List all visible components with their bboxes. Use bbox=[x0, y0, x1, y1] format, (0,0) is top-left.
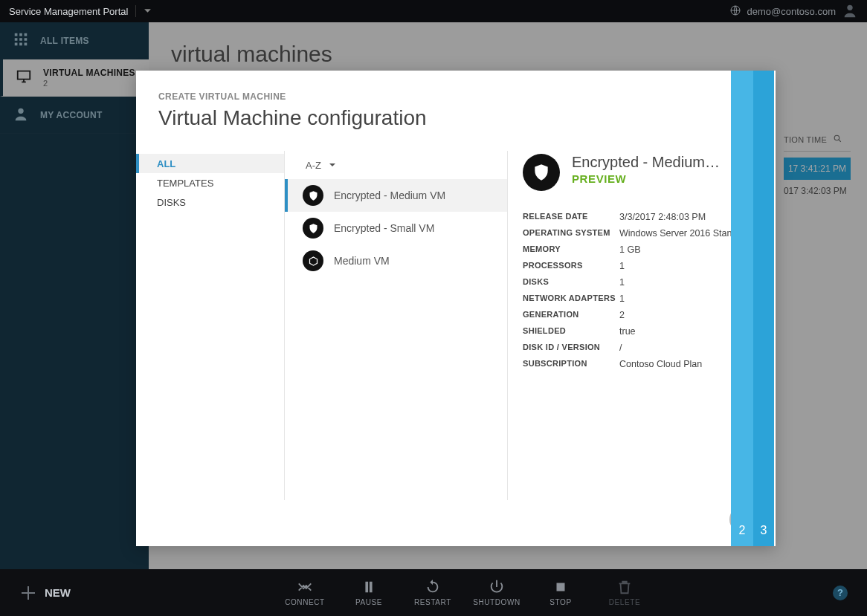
spec-row: NETWORK ADAPTERS1 bbox=[523, 291, 758, 307]
delete-button: DELETE bbox=[593, 579, 657, 606]
modal-title: Virtual Machine configuration bbox=[158, 106, 776, 130]
topbar: Service Management Portal demo@contoso.c… bbox=[0, 0, 867, 22]
topbar-divider bbox=[135, 5, 136, 17]
connect-button[interactable]: CONNECT bbox=[273, 579, 337, 606]
create-vm-modal: ✕ CREATE VIRTUAL MACHINE Virtual Machine… bbox=[136, 71, 776, 546]
spec-key: DISK ID / VERSION bbox=[523, 343, 619, 353]
template-option[interactable]: Medium VM bbox=[285, 244, 507, 277]
sort-dropdown[interactable]: A-Z bbox=[285, 151, 507, 179]
svg-point-1 bbox=[847, 4, 852, 10]
sidebar-item-count: 2 bbox=[43, 79, 48, 88]
avatar-icon[interactable] bbox=[842, 2, 858, 21]
spec-row: DISKS1 bbox=[523, 274, 758, 291]
help-button[interactable]: ? bbox=[833, 586, 848, 600]
sidebar-item-my-account[interactable]: MY ACCOUNT bbox=[0, 97, 149, 134]
stop-button[interactable]: STOP bbox=[529, 579, 593, 606]
sidebar-item-label: MY ACCOUNT bbox=[40, 110, 103, 120]
sidebar: ALL ITEMSVIRTUAL MACHINES2MY ACCOUNT bbox=[0, 22, 149, 569]
spec-key: RELEASE DATE bbox=[523, 212, 619, 222]
grid-icon bbox=[10, 31, 31, 50]
spec-table: RELEASE DATE3/3/2017 2:48:03 PMOPERATING… bbox=[523, 209, 758, 372]
template-label: Encrypted - Medium VM bbox=[334, 189, 445, 201]
globe-icon[interactable] bbox=[729, 4, 741, 19]
spec-key: PROCESSORS bbox=[523, 261, 619, 271]
spec-key: DISKS bbox=[523, 277, 619, 288]
template-label: Encrypted - Small VM bbox=[334, 222, 434, 234]
template-option[interactable]: Encrypted - Medium VM bbox=[285, 179, 507, 212]
restart-button[interactable]: RESTART bbox=[401, 579, 465, 606]
table-header: TION TIME bbox=[784, 134, 851, 152]
sidebar-item-label: ALL ITEMS bbox=[40, 36, 89, 46]
step-3-label: 3 bbox=[753, 515, 774, 546]
modal-kicker: CREATE VIRTUAL MACHINE bbox=[158, 91, 776, 102]
modal-nav-disks[interactable]: DISKS bbox=[136, 192, 284, 212]
svg-point-3 bbox=[834, 135, 839, 140]
details-header: Encrypted - Medium … PREVIEW bbox=[523, 154, 758, 191]
shield-icon bbox=[303, 218, 323, 239]
template-label: Medium VM bbox=[334, 255, 390, 267]
template-option[interactable]: Encrypted - Small VM bbox=[285, 212, 507, 244]
cmd-label: RESTART bbox=[414, 598, 451, 606]
spec-key: GENERATION bbox=[523, 310, 619, 320]
template-list: A-Z Encrypted - Medium VMEncrypted - Sma… bbox=[285, 151, 508, 500]
spec-row: RELEASE DATE3/3/2017 2:48:03 PM bbox=[523, 209, 758, 225]
svg-point-2 bbox=[18, 108, 23, 114]
pause-button[interactable]: PAUSE bbox=[337, 579, 401, 606]
topbar-right: demo@contoso.com bbox=[729, 2, 858, 21]
page-title: virtual machines bbox=[171, 42, 845, 67]
portal-title: Service Management Portal bbox=[9, 6, 128, 17]
table-row[interactable]: 17 3:41:21 PM bbox=[784, 158, 851, 180]
modal-nav: ALLTEMPLATESDISKS bbox=[136, 151, 285, 500]
new-label: NEW bbox=[45, 586, 71, 599]
shield-icon bbox=[303, 185, 323, 206]
cmd-label: DELETE bbox=[609, 598, 641, 606]
new-button[interactable]: NEW bbox=[19, 584, 71, 602]
wizard-step-3-bar[interactable]: 3 bbox=[753, 71, 774, 546]
cmd-label: STOP bbox=[549, 598, 571, 606]
spec-row: SHIELDEDtrue bbox=[523, 323, 758, 340]
shield-icon bbox=[523, 154, 560, 191]
chevron-down-icon[interactable] bbox=[144, 6, 152, 17]
spec-key: SUBSCRIPTION bbox=[523, 359, 619, 369]
topbar-left: Service Management Portal bbox=[9, 5, 152, 17]
preview-badge: PREVIEW bbox=[572, 172, 721, 185]
spec-key: MEMORY bbox=[523, 244, 619, 255]
spec-row: OPERATING SYSTEMWindows Server 2016 Stan… bbox=[523, 225, 758, 241]
spec-row: PROCESSORS1 bbox=[523, 258, 758, 274]
template-name: Encrypted - Medium … bbox=[572, 154, 721, 171]
modal-nav-all[interactable]: ALL bbox=[136, 154, 284, 173]
cmd-label: SHUTDOWN bbox=[473, 598, 520, 606]
spec-key: OPERATING SYSTEM bbox=[523, 228, 619, 239]
modal-body: ALLTEMPLATESDISKS A-Z Encrypted - Medium… bbox=[136, 151, 776, 500]
person-icon bbox=[10, 106, 31, 124]
spec-key: SHIELDED bbox=[523, 326, 619, 337]
spec-row: DISK ID / VERSION/ bbox=[523, 340, 758, 356]
shutdown-button[interactable]: SHUTDOWN bbox=[465, 579, 529, 606]
table-row[interactable]: 017 3:42:03 PM bbox=[784, 180, 851, 202]
search-icon[interactable] bbox=[833, 134, 842, 145]
step-2-label: 2 bbox=[731, 515, 753, 546]
chevron-down-icon bbox=[329, 161, 336, 169]
sidebar-item-all-items[interactable]: ALL ITEMS bbox=[0, 22, 149, 59]
vm-table-fragment: TION TIME 17 3:41:21 PM017 3:42:03 PM bbox=[784, 134, 851, 202]
spec-row: MEMORY1 GB bbox=[523, 241, 758, 258]
spec-key: NETWORK ADAPTERS bbox=[523, 294, 619, 304]
monitor-icon bbox=[13, 68, 34, 87]
cmd-label: CONNECT bbox=[285, 598, 325, 606]
sidebar-item-label: VIRTUAL MACHINES bbox=[43, 68, 135, 78]
modal-nav-templates[interactable]: TEMPLATES bbox=[136, 173, 284, 192]
column-creation-time[interactable]: TION TIME bbox=[784, 135, 827, 144]
sort-label: A-Z bbox=[306, 160, 321, 171]
spec-row: GENERATION2 bbox=[523, 307, 758, 323]
cube-icon bbox=[303, 250, 323, 271]
wizard-step-2-bar[interactable]: 2 bbox=[731, 71, 753, 546]
command-bar: NEW CONNECTPAUSERESTARTSHUTDOWNSTOPDELET… bbox=[0, 569, 867, 616]
cmd-label: PAUSE bbox=[355, 598, 382, 606]
sidebar-item-virtual-machines[interactable]: VIRTUAL MACHINES2 bbox=[0, 59, 149, 97]
user-email[interactable]: demo@contoso.com bbox=[747, 6, 836, 17]
spec-row: SUBSCRIPTIONContoso Cloud Plan bbox=[523, 356, 758, 372]
